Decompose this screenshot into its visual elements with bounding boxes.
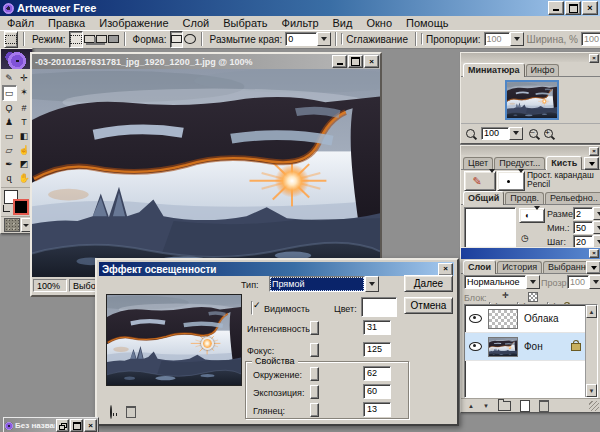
shape-ellipse-button[interactable] bbox=[184, 32, 196, 47]
chevron-down-icon[interactable] bbox=[509, 127, 523, 140]
chevron-down-icon[interactable] bbox=[589, 275, 600, 289]
mode-subtract-button[interactable] bbox=[96, 32, 107, 47]
swap-colors-icon[interactable] bbox=[3, 205, 10, 212]
dialog-title-bar[interactable]: Эффект освещенности × bbox=[99, 262, 454, 276]
scroll-down-icon[interactable]: ▼ bbox=[586, 384, 597, 397]
size-combo[interactable]: 2 bbox=[573, 207, 600, 220]
brush-panel-header[interactable]: × bbox=[461, 146, 600, 155]
restore-button[interactable] bbox=[56, 419, 69, 432]
dialog-preview[interactable] bbox=[106, 294, 242, 386]
mode-intersect-button[interactable] bbox=[108, 32, 119, 47]
shape-rectangle-button[interactable] bbox=[170, 31, 183, 48]
layer-row-облака[interactable]: Облака bbox=[465, 305, 597, 333]
ambience-value[interactable]: 62 bbox=[363, 366, 391, 381]
image-window-title-bar[interactable]: -03-20101267631781_jpg_1920_1200_1.jpg @… bbox=[32, 54, 380, 69]
image-minimize-button[interactable] bbox=[332, 55, 347, 68]
thumb-zoom-combo[interactable]: 100 bbox=[481, 127, 523, 140]
new-layer-icon[interactable] bbox=[520, 400, 530, 412]
delete-layer-icon[interactable] bbox=[539, 400, 549, 412]
tab-история[interactable]: История bbox=[497, 261, 542, 273]
move-layer-down-icon[interactable]: ▼ bbox=[483, 403, 489, 409]
tab-инфо[interactable]: Инфо bbox=[526, 64, 560, 76]
light-color-swatch[interactable] bbox=[361, 297, 397, 317]
menu-item-7[interactable]: Вид bbox=[326, 17, 360, 29]
brush-tool-icon[interactable]: ✎ bbox=[2, 71, 17, 85]
panel-menu-icon[interactable] bbox=[586, 261, 600, 274]
visibility-checkbox[interactable] bbox=[251, 301, 253, 315]
brush-preset-button[interactable]: ✎ bbox=[464, 171, 496, 191]
height-combo[interactable]: 100 bbox=[581, 32, 600, 46]
panel-menu-icon[interactable] bbox=[584, 157, 599, 170]
antialias-checkbox[interactable] bbox=[341, 33, 343, 45]
image-maximize-button[interactable] bbox=[348, 55, 363, 68]
zoom-tool-icon[interactable]: ɋ bbox=[2, 171, 17, 185]
opacity-combo[interactable]: 100 bbox=[567, 275, 600, 289]
shape-tool-icon[interactable]: ▭ bbox=[2, 129, 17, 143]
proportions-checkbox[interactable] bbox=[421, 33, 423, 45]
mode-add-button[interactable] bbox=[84, 32, 95, 47]
dialog-close-button[interactable]: × bbox=[438, 263, 453, 276]
resize-grip[interactable] bbox=[589, 401, 599, 411]
tab-продв-[interactable]: Продв. bbox=[505, 192, 544, 204]
menu-item-1[interactable]: Файл bbox=[0, 17, 41, 29]
chevron-down-icon[interactable] bbox=[510, 32, 524, 46]
type-combo[interactable]: Прямой bbox=[269, 276, 379, 292]
close-button[interactable]: × bbox=[84, 419, 97, 432]
image-canvas[interactable] bbox=[32, 69, 380, 277]
cancel-button[interactable]: Отмена bbox=[404, 297, 453, 314]
chevron-down-icon[interactable] bbox=[317, 32, 331, 46]
eyedropper-tool-icon[interactable]: ✒ bbox=[2, 157, 17, 171]
feather-combo[interactable]: 0 bbox=[285, 32, 331, 46]
tip-shape-button[interactable]: ◖ bbox=[519, 208, 545, 223]
menu-item-3[interactable]: Изображение bbox=[92, 17, 175, 29]
chevron-down-icon[interactable] bbox=[593, 221, 600, 234]
add-light-icon[interactable] bbox=[110, 405, 112, 419]
menu-item-4[interactable]: Слой bbox=[176, 17, 217, 29]
menu-item-9[interactable]: Помощь bbox=[399, 17, 456, 29]
tab-кисть[interactable]: Кисть bbox=[546, 156, 582, 170]
mode-new-selection-button[interactable] bbox=[69, 31, 83, 48]
tab-предуст-[interactable]: Предуст... bbox=[494, 157, 545, 169]
tab-рельефно-[interactable]: Рельефно.. bbox=[545, 192, 600, 204]
layer-scrollbar[interactable]: ▲ ▼ bbox=[585, 305, 597, 397]
palette-flower-header[interactable] bbox=[1, 49, 32, 69]
visibility-eye-icon[interactable] bbox=[469, 314, 482, 323]
zoom-out-icon[interactable] bbox=[529, 129, 538, 138]
delete-light-icon[interactable] bbox=[126, 406, 136, 418]
minimized-document-window[interactable]: Без названи... × bbox=[3, 417, 99, 432]
menu-item-8[interactable]: Окно bbox=[359, 17, 399, 29]
chevron-down-icon[interactable] bbox=[534, 210, 544, 221]
light-position-handle[interactable] bbox=[201, 337, 214, 350]
eraser-tool-icon[interactable]: ▱ bbox=[2, 143, 17, 157]
lasso-tool-icon[interactable]: Ϙ bbox=[2, 101, 17, 115]
scroll-up-icon[interactable]: ▲ bbox=[586, 305, 597, 318]
next-button[interactable]: Далее bbox=[404, 275, 453, 292]
zoom-in-icon[interactable] bbox=[544, 129, 553, 138]
chevron-down-icon[interactable] bbox=[518, 173, 524, 189]
min-combo[interactable]: 50 bbox=[573, 221, 600, 234]
chevron-down-icon[interactable] bbox=[489, 173, 495, 189]
close-button[interactable]: × bbox=[582, 1, 598, 15]
background-color-swatch[interactable] bbox=[13, 199, 29, 215]
tab-общий[interactable]: Общий bbox=[463, 191, 504, 205]
new-group-icon[interactable] bbox=[498, 401, 511, 411]
tab-миниатюра[interactable]: Миниатюра bbox=[463, 63, 525, 77]
chevron-down-icon[interactable] bbox=[593, 207, 600, 220]
pattern-swatch[interactable] bbox=[4, 218, 20, 232]
visibility-eye-icon[interactable] bbox=[469, 342, 482, 351]
clone-stamp-tool-icon[interactable]: ♟ bbox=[2, 115, 17, 129]
image-close-button[interactable]: × bbox=[364, 55, 379, 68]
minimize-button[interactable] bbox=[548, 1, 564, 15]
move-layer-up-icon[interactable]: ▲ bbox=[468, 403, 474, 409]
tab-слои[interactable]: Слои bbox=[463, 260, 496, 274]
thumbnail-panel-header[interactable]: × bbox=[461, 53, 600, 62]
brush-tip-button[interactable] bbox=[497, 171, 525, 191]
layers-panel-header[interactable]: × bbox=[461, 248, 600, 259]
width-combo[interactable]: 100 bbox=[484, 32, 524, 46]
maximize-button[interactable] bbox=[70, 419, 83, 432]
chevron-down-icon[interactable] bbox=[365, 276, 379, 292]
layer-row-фон[interactable]: Фон bbox=[465, 333, 597, 361]
close-icon[interactable]: × bbox=[589, 249, 599, 258]
tab-цвет[interactable]: Цвет bbox=[463, 157, 493, 169]
rect-select-tool-icon[interactable]: ▭ bbox=[2, 85, 17, 101]
